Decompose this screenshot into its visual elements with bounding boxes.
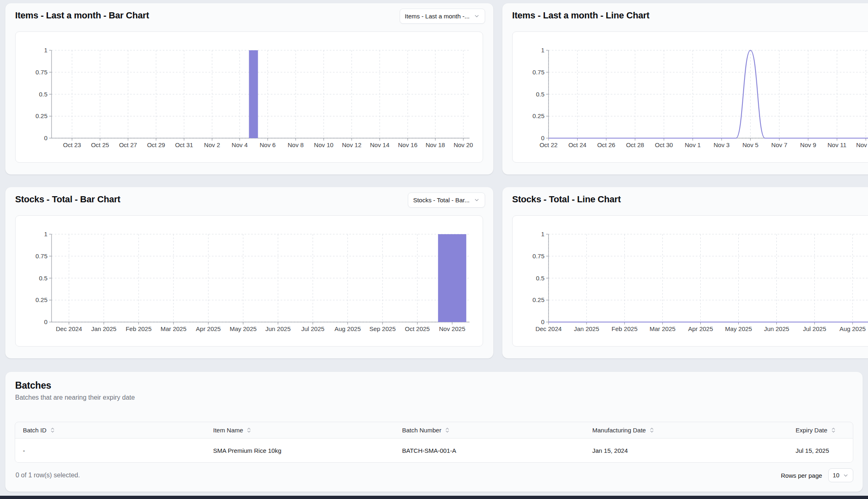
items-bar-chart-card: Items - Last a month - Bar Chart Items -…	[5, 3, 493, 175]
batches-table: Batch ID Item Name Batch Number Manufact…	[15, 422, 853, 463]
svg-text:0.25: 0.25	[36, 296, 47, 303]
stocks-chart-dropdown-label: Stocks - Total - Bar...	[413, 197, 470, 204]
bottom-edge-bar	[0, 496, 868, 499]
svg-text:0.75: 0.75	[533, 69, 544, 76]
items-line-chart-box: 00.250.50.751Oct 22Oct 24Oct 26Oct 28Oct…	[512, 31, 868, 163]
svg-text:Dec 2024: Dec 2024	[535, 325, 562, 332]
column-header-expiry-date[interactable]: Expiry Date	[788, 427, 853, 434]
svg-text:Nov 11: Nov 11	[828, 141, 846, 148]
svg-text:Dec 2024: Dec 2024	[56, 325, 82, 332]
svg-text:Nov 16: Nov 16	[398, 141, 418, 148]
svg-text:Jun 2025: Jun 2025	[265, 325, 291, 332]
svg-text:Nov 9: Nov 9	[800, 141, 816, 148]
svg-text:0.75: 0.75	[533, 253, 544, 260]
rows-per-page-value: 10	[833, 472, 839, 479]
svg-text:Oct 25: Oct 25	[91, 141, 109, 148]
sort-icon	[830, 427, 837, 433]
items-bar-chart-box: 00.250.50.751Oct 23Oct 25Oct 27Oct 29Oct…	[15, 31, 483, 163]
svg-text:1: 1	[541, 230, 544, 237]
svg-text:0.75: 0.75	[36, 253, 47, 260]
rows-per-page-select[interactable]: 10	[828, 468, 853, 482]
svg-text:Nov 12: Nov 12	[342, 141, 362, 148]
chevron-down-icon	[474, 197, 480, 203]
svg-text:Nov 6: Nov 6	[260, 141, 276, 148]
cell-expiry-date: Jul 15, 2025	[788, 447, 853, 454]
svg-text:Mar 2025: Mar 2025	[650, 325, 675, 332]
svg-text:0.25: 0.25	[533, 296, 544, 303]
svg-text:May 2025: May 2025	[725, 325, 752, 332]
svg-text:0.5: 0.5	[536, 275, 544, 282]
chevron-down-icon	[474, 13, 480, 19]
svg-text:Nov 7: Nov 7	[771, 141, 787, 148]
sort-icon	[246, 427, 252, 433]
column-header-manufacturing-date[interactable]: Manufacturing Date	[585, 427, 788, 434]
svg-text:Aug 2025: Aug 2025	[335, 325, 361, 332]
rows-per-page-label: Rows per page	[781, 472, 822, 479]
chart-title: Items - Last a month - Line Chart	[512, 10, 650, 21]
table-header-row: Batch ID Item Name Batch Number Manufact…	[15, 422, 853, 439]
svg-text:1: 1	[541, 47, 544, 54]
svg-text:Nov 18: Nov 18	[425, 141, 445, 148]
items-bar-chart: 00.250.50.751Oct 23Oct 25Oct 27Oct 29Oct…	[16, 32, 483, 162]
chart-title: Stocks - Total - Line Chart	[512, 194, 621, 205]
svg-text:Oct 28: Oct 28	[626, 141, 644, 148]
svg-text:0.5: 0.5	[536, 91, 544, 98]
batches-subtitle: Batches that are nearing their expiry da…	[15, 394, 853, 401]
svg-text:Aug 2025: Aug 2025	[839, 325, 866, 332]
svg-text:Apr 2025: Apr 2025	[688, 325, 713, 332]
items-chart-dropdown-label: Items - Last a month -...	[405, 13, 470, 20]
svg-text:Apr 2025: Apr 2025	[196, 325, 221, 332]
selected-rows-text: 0 of 1 row(s) selected.	[15, 472, 80, 479]
sort-icon	[444, 427, 450, 433]
column-label: Batch ID	[23, 427, 47, 434]
items-line-chart: 00.250.50.751Oct 22Oct 24Oct 26Oct 28Oct…	[513, 32, 868, 162]
column-header-item-name[interactable]: Item Name	[205, 427, 394, 434]
stocks-chart-dropdown[interactable]: Stocks - Total - Bar...	[408, 192, 485, 208]
chart-title: Stocks - Total - Bar Chart	[15, 194, 120, 205]
svg-text:Nov 2: Nov 2	[204, 141, 220, 148]
svg-text:Sep 2025: Sep 2025	[369, 325, 396, 332]
chevron-down-icon	[843, 472, 849, 479]
svg-text:0: 0	[44, 318, 47, 325]
sort-icon	[649, 427, 655, 433]
cell-item-name: SMA Premium Rice 10kg	[205, 447, 394, 454]
batches-card: Batches Batches that are nearing their e…	[5, 372, 863, 492]
svg-text:Nov 14: Nov 14	[370, 141, 390, 148]
cell-manufacturing-date: Jan 15, 2024	[585, 447, 788, 454]
batches-header: Batches Batches that are nearing their e…	[5, 372, 863, 401]
batches-footer: 0 of 1 row(s) selected. Rows per page 10	[15, 468, 853, 483]
svg-text:Oct 24: Oct 24	[568, 141, 586, 148]
column-label: Item Name	[213, 427, 243, 434]
svg-text:1: 1	[44, 230, 47, 237]
svg-text:Oct 31: Oct 31	[175, 141, 193, 148]
svg-text:Oct 22: Oct 22	[540, 141, 558, 148]
svg-text:0.5: 0.5	[39, 91, 47, 98]
svg-text:Feb 2025: Feb 2025	[126, 325, 151, 332]
svg-text:0.25: 0.25	[533, 112, 544, 119]
column-label: Batch Number	[402, 427, 441, 434]
svg-text:0: 0	[44, 134, 47, 141]
stocks-line-chart: 00.250.50.751Dec 2024Jan 2025Feb 2025Mar…	[513, 216, 868, 346]
stocks-bar-chart: 00.250.50.751Dec 2024Jan 2025Feb 2025Mar…	[16, 216, 483, 346]
svg-text:Nov 20: Nov 20	[454, 141, 473, 148]
svg-text:1: 1	[44, 47, 47, 54]
svg-text:Nov 5: Nov 5	[742, 141, 758, 148]
table-row[interactable]: - SMA Premium Rice 10kg BATCH-SMA-001-A …	[15, 439, 853, 462]
items-line-chart-card: Items - Last a month - Line Chart 00.250…	[502, 3, 868, 175]
items-chart-dropdown[interactable]: Items - Last a month -...	[400, 9, 485, 24]
stocks-line-chart-box: 00.250.50.751Dec 2024Jan 2025Feb 2025Mar…	[512, 215, 868, 347]
svg-text:Oct 2025: Oct 2025	[405, 325, 430, 332]
svg-text:Nov 2025: Nov 2025	[439, 325, 465, 332]
stocks-line-chart-card: Stocks - Total - Line Chart 00.250.50.75…	[502, 187, 868, 358]
svg-text:Jun 2025: Jun 2025	[764, 325, 789, 332]
svg-text:0.5: 0.5	[39, 275, 47, 282]
svg-text:Nov 10: Nov 10	[314, 141, 334, 148]
svg-text:Oct 27: Oct 27	[119, 141, 137, 148]
svg-text:Jan 2025: Jan 2025	[91, 325, 117, 332]
svg-text:Oct 26: Oct 26	[597, 141, 615, 148]
chart-title: Items - Last a month - Bar Chart	[15, 10, 149, 21]
svg-text:Jul 2025: Jul 2025	[301, 325, 324, 332]
svg-text:0: 0	[541, 134, 544, 141]
column-header-batch-number[interactable]: Batch Number	[394, 427, 585, 434]
column-header-batch-id[interactable]: Batch ID	[15, 427, 205, 434]
